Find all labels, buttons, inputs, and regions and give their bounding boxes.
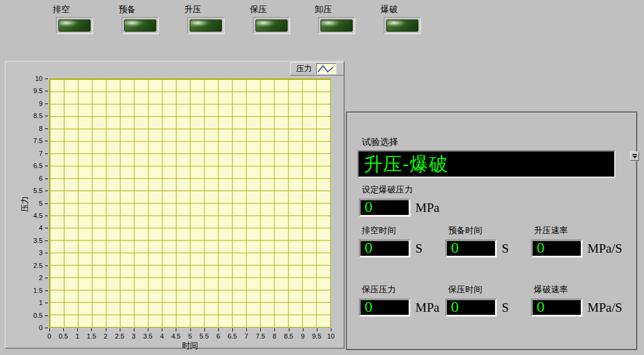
burst-pressure-set-value: 0 xyxy=(361,201,373,214)
x-tick-mark xyxy=(274,328,275,331)
x-tick-label: 3 xyxy=(132,332,136,340)
field-empty-time: 排空时间 0 S xyxy=(359,225,423,258)
x-tick-mark xyxy=(289,328,289,331)
x-tick-label: 8 xyxy=(272,332,276,340)
hold-time-unit: S xyxy=(502,301,509,317)
y-tick-mark xyxy=(45,79,48,79)
ring-selector-icon xyxy=(632,154,637,155)
burst-pressure-set-input[interactable]: 0 xyxy=(359,199,410,217)
led-indicator-prepare xyxy=(122,17,159,34)
y-tick-label: 2 xyxy=(39,274,43,281)
y-tick-label: 6 xyxy=(39,175,43,182)
x-tick-mark xyxy=(190,328,191,331)
led-face xyxy=(190,19,222,32)
empty-time-input[interactable]: 0 xyxy=(359,239,410,258)
legend-line-icon xyxy=(317,64,336,74)
x-tick-label: 10 xyxy=(327,332,334,340)
x-tick-mark xyxy=(49,328,50,331)
y-tick-label: 4 xyxy=(39,224,43,231)
y-tick-mark xyxy=(45,253,48,253)
field-hold-time: 保压时间 0 S xyxy=(445,284,509,317)
test-select-dropdown[interactable]: 升压-爆破 xyxy=(358,150,615,178)
y-tick-label: 3.5 xyxy=(33,237,43,244)
led-label-prepare: 预备 xyxy=(119,4,159,15)
hold-pressure-unit: MPa xyxy=(415,301,440,317)
y-tick-label: 7 xyxy=(39,150,43,157)
pressurize-rate-input[interactable]: 0 xyxy=(531,239,583,258)
led-label-empty: 排空 xyxy=(53,4,93,15)
led-label-burst: 爆破 xyxy=(381,4,421,15)
prepare-time-input[interactable]: 0 xyxy=(445,239,497,258)
y-tick-mark xyxy=(45,116,48,116)
y-tick-label: 7.5 xyxy=(33,137,43,144)
field-prepare-time: 预备时间 0 S xyxy=(445,225,509,258)
y-tick-mark xyxy=(45,216,48,216)
y-tick-mark xyxy=(45,191,48,191)
x-tick-mark xyxy=(176,328,176,331)
led-indicator-empty xyxy=(56,17,93,34)
hold-pressure-input[interactable]: 0 xyxy=(359,298,410,317)
x-tick-mark xyxy=(162,328,162,331)
y-tick-mark xyxy=(45,265,48,266)
led-indicator-hold xyxy=(253,17,290,34)
test-select-group: 试验选择 升压-爆破 xyxy=(358,136,615,178)
y-tick-label: 2.5 xyxy=(33,262,43,269)
burst-rate-label: 爆破速率 xyxy=(531,284,622,295)
front-panel: 排空 预备 升压 保压 卸压 爆破 压力 00.511.522.533.544.… xyxy=(0,0,644,355)
burst-rate-unit: MPa/S xyxy=(587,301,622,317)
hold-time-label: 保压时间 xyxy=(445,284,509,295)
y-tick-label: 1 xyxy=(39,299,43,306)
y-tick-label: 3 xyxy=(39,249,43,256)
x-tick-label: 8.5 xyxy=(284,332,293,340)
x-tick-label: 0 xyxy=(47,332,51,340)
y-tick-label: 9.5 xyxy=(33,87,43,94)
test-select-dropdown-button[interactable] xyxy=(630,152,639,161)
y-tick-mark xyxy=(45,104,48,104)
pressurize-rate-value: 0 xyxy=(533,242,545,255)
x-tick-mark xyxy=(63,328,64,331)
x-tick-mark xyxy=(148,328,148,331)
test-select-label: 试验选择 xyxy=(358,136,615,147)
empty-time-value: 0 xyxy=(361,242,373,255)
led-face xyxy=(124,19,156,32)
burst-rate-value: 0 xyxy=(533,301,545,314)
hold-pressure-value: 0 xyxy=(361,301,373,314)
x-tick-label: 9 xyxy=(301,332,305,340)
x-tick-mark xyxy=(134,328,134,331)
led-unit-hold: 保压 xyxy=(250,4,290,34)
x-tick-label: 4.5 xyxy=(171,332,181,340)
led-indicator-burst xyxy=(384,17,421,34)
x-tick-label: 9.5 xyxy=(312,332,321,340)
x-tick-label: 1.5 xyxy=(87,332,96,340)
x-tick-label: 0.5 xyxy=(58,332,68,340)
prepare-time-unit: S xyxy=(502,242,509,258)
x-tick-label: 6.5 xyxy=(227,332,237,340)
led-face xyxy=(386,19,418,32)
settings-panel: 试验选择 升压-爆破 设定爆破压力 0 MPa 排空时间 0 xyxy=(346,111,637,350)
led-indicator-release xyxy=(318,17,355,34)
plot-series-layer xyxy=(50,79,330,327)
y-tick-mark xyxy=(45,278,48,278)
chart-legend[interactable]: 压力 xyxy=(290,62,344,76)
y-tick-mark xyxy=(45,241,48,241)
legend-label: 压力 xyxy=(296,63,312,74)
field-pressurize-rate: 升压速率 0 MPa/S xyxy=(531,225,622,258)
field-burst-pressure-set: 设定爆破压力 0 MPa xyxy=(359,185,440,217)
legend-plot-style-swatch[interactable] xyxy=(316,63,336,74)
x-tick-label: 5.5 xyxy=(199,332,209,340)
burst-pressure-set-label: 设定爆破压力 xyxy=(359,185,440,195)
hold-time-input[interactable]: 0 xyxy=(445,298,497,317)
x-tick-label: 3.5 xyxy=(143,332,152,340)
hold-pressure-label: 保压压力 xyxy=(359,284,440,295)
led-unit-empty: 排空 xyxy=(53,4,93,34)
x-tick-label: 2.5 xyxy=(115,332,124,340)
y-tick-mark xyxy=(45,141,48,141)
y-tick-label: 10 xyxy=(35,75,43,82)
y-tick-mark xyxy=(45,178,48,179)
led-unit-burst: 爆破 xyxy=(381,4,421,34)
led-face xyxy=(58,19,91,32)
burst-rate-input[interactable]: 0 xyxy=(531,298,583,317)
led-unit-prepare: 预备 xyxy=(119,4,159,34)
x-tick-mark xyxy=(77,328,78,331)
x-tick-label: 2 xyxy=(104,332,108,340)
